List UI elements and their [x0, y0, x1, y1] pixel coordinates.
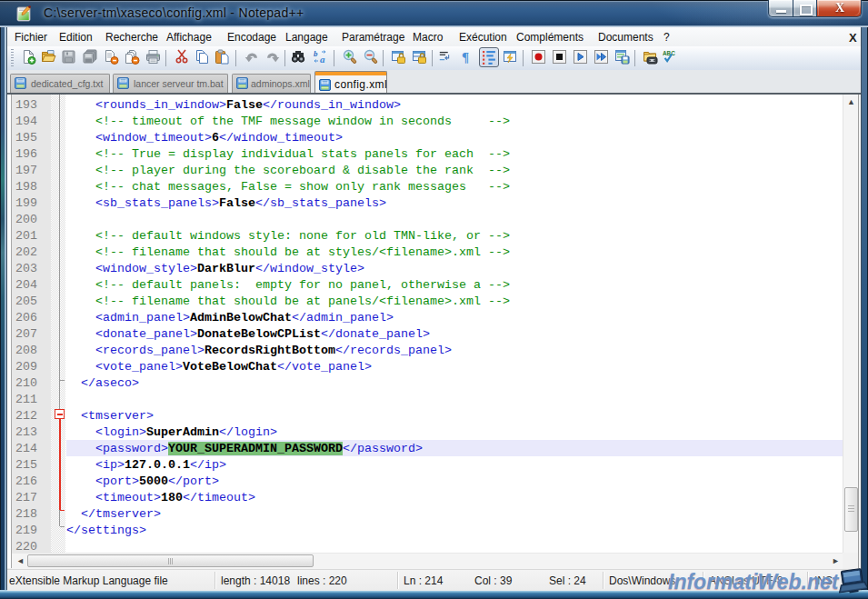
svg-text:ABC: ABC [663, 50, 675, 56]
svg-text:b: b [314, 49, 318, 58]
svg-text:a: a [320, 54, 325, 65]
svg-text:¶: ¶ [462, 50, 469, 65]
